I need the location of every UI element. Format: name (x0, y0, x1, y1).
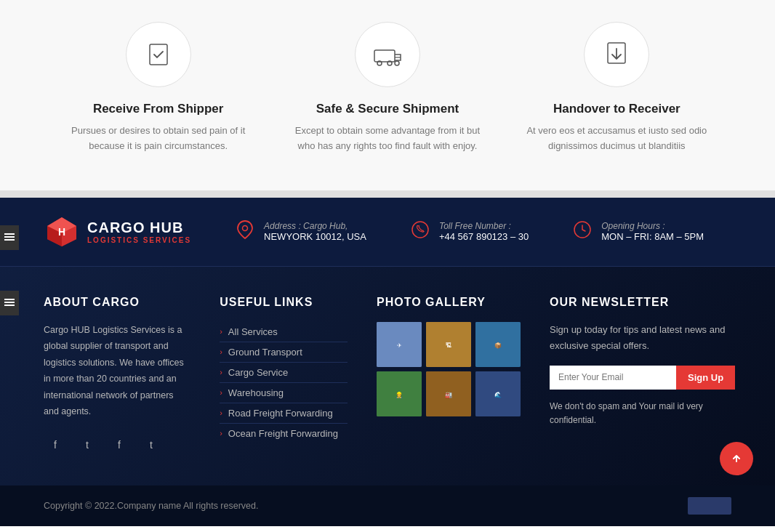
gallery-grid: ✈ 🏗 📦 👷 🏭 🌊 (377, 322, 521, 416)
gallery-image-4[interactable]: 👷 (377, 371, 422, 416)
link-label[interactable]: Road Freight Forwarding (228, 408, 333, 419)
footer-address: Address : Cargo Hub, NEWYORK 10012, USA (235, 220, 366, 243)
shipment-title: Safe & Secure Shipment (286, 102, 489, 116)
arrow-icon: › (220, 327, 222, 336)
phone-icon (410, 221, 430, 243)
footer-bottom: Copyright © 2022.Company name All rights… (0, 485, 775, 526)
twitter-icon-2[interactable]: t (140, 433, 163, 456)
svg-text:🌊: 🌊 (494, 391, 502, 398)
logo-text: CARGO HUB LOGISTICS SERVICES (87, 219, 191, 244)
feature-handover: Handover to Receiver At vero eos et accu… (515, 22, 718, 154)
signup-button[interactable]: Sign Up (676, 366, 735, 390)
arrow-icon: › (220, 388, 222, 397)
footer-hours: Opening Hours : MON – FRI: 8AM – 5PM (572, 221, 704, 243)
arrow-icon: › (220, 368, 222, 376)
feature-shipment: Safe & Secure Shipment Except to obtain … (286, 22, 489, 154)
sidebar-toggle-2[interactable] (0, 291, 19, 315)
svg-text:👷: 👷 (395, 391, 403, 398)
social-icons-group: f t f t (44, 433, 190, 456)
phone-text: Toll Free Number : +44 567 890123 – 30 (439, 221, 529, 242)
shipment-desc: Except to obtain some advantage from it … (286, 124, 489, 154)
handover-icon (584, 22, 649, 87)
clock-icon (572, 221, 593, 243)
link-item-all-services[interactable]: › All Services (220, 322, 348, 342)
link-item-warehousing[interactable]: › Warehousing (220, 383, 348, 403)
facebook-icon-1[interactable]: f (44, 433, 67, 456)
logo-area: H CARGO HUB LOGISTICS SERVICES (44, 214, 191, 250)
svg-text:H: H (58, 226, 65, 238)
svg-rect-0 (150, 44, 167, 65)
gallery-image-6[interactable]: 🌊 (475, 371, 521, 416)
location-icon (235, 220, 255, 243)
link-label[interactable]: Cargo Service (228, 367, 288, 378)
facebook-icon-2[interactable]: f (108, 433, 131, 456)
newsletter-title: OUR NEWSLETTER (550, 296, 731, 309)
gallery-column: PHOTO GALLERY ✈ 🏗 📦 👷 🏭 🌊 (377, 296, 521, 456)
link-label[interactable]: Ocean Freight Forwarding (228, 428, 338, 439)
receive-title: Receive From Shipper (57, 102, 260, 116)
spam-notice: We don't do spam and Your mail id very c… (550, 400, 731, 427)
svg-point-4 (395, 61, 399, 65)
email-form: Sign Up (550, 366, 731, 390)
gallery-image-5[interactable]: 🏭 (426, 371, 471, 416)
svg-text:🏭: 🏭 (445, 391, 452, 398)
newsletter-column: OUR NEWSLETTER Sign up today for tips an… (550, 296, 731, 456)
handover-title: Handover to Receiver (515, 102, 718, 116)
links-title: USEFUL LINKS (220, 296, 348, 309)
logo-sub: LOGISTICS SERVICES (87, 236, 191, 244)
receive-icon (126, 22, 191, 87)
link-label[interactable]: Warehousing (228, 387, 284, 398)
newsletter-desc: Sign up today for tips and latest news a… (550, 322, 731, 354)
link-label[interactable]: Ground Transport (228, 347, 302, 358)
features-section: Receive From Shipper Pursues or desires … (0, 0, 775, 190)
gallery-image-1[interactable]: ✈ (377, 322, 422, 367)
handover-desc: At vero eos et accusamus et iusto sed od… (515, 124, 718, 154)
link-item-ground-transport[interactable]: › Ground Transport (220, 342, 348, 363)
shipment-icon (355, 22, 420, 87)
copyright-text: Copyright © 2022.Company name All rights… (44, 501, 258, 511)
scroll-to-top-button[interactable] (720, 442, 753, 475)
footer-top-bar: H CARGO HUB LOGISTICS SERVICES Address :… (0, 198, 775, 267)
gallery-image-2[interactable]: 🏗 (426, 322, 471, 367)
arrow-icon: › (220, 408, 222, 417)
gallery-image-3[interactable]: 📦 (475, 322, 521, 367)
logo-name: CARGO HUB (87, 219, 191, 236)
link-label[interactable]: All Services (228, 326, 278, 337)
link-item-cargo-service[interactable]: › Cargo Service (220, 363, 348, 383)
logo-icon: H (44, 214, 80, 250)
about-title: ABOUT CARGO (44, 296, 190, 309)
bottom-right-buttons (688, 497, 731, 515)
feature-receive: Receive From Shipper Pursues or desires … (57, 22, 260, 154)
address-text: Address : Cargo Hub, NEWYORK 10012, USA (264, 221, 366, 242)
gallery-title: PHOTO GALLERY (377, 296, 521, 309)
receive-desc: Pursues or desires to obtain sed pain of… (57, 124, 260, 154)
sidebar-toggle-1[interactable] (0, 225, 19, 250)
svg-point-17 (243, 225, 248, 230)
svg-text:✈: ✈ (397, 342, 402, 349)
twitter-icon-1[interactable]: t (76, 433, 99, 456)
section-divider (0, 190, 775, 198)
svg-text:🏗: 🏗 (446, 342, 451, 349)
about-text: Cargo HUB Logistics Services is a global… (44, 322, 190, 420)
svg-text:📦: 📦 (494, 342, 502, 349)
arrow-icon: › (220, 347, 222, 356)
svg-point-18 (412, 222, 428, 238)
hours-text: Opening Hours : MON – FRI: 8AM – 5PM (601, 221, 704, 242)
svg-rect-1 (374, 50, 395, 62)
footer-phone: Toll Free Number : +44 567 890123 – 30 (410, 221, 529, 243)
footer-main: ABOUT CARGO Cargo HUB Logistics Services… (0, 267, 775, 485)
email-input[interactable] (550, 366, 676, 390)
links-list: › All Services › Ground Transport › Carg… (220, 322, 348, 443)
about-column: ABOUT CARGO Cargo HUB Logistics Services… (44, 296, 190, 456)
link-item-road-freight[interactable]: › Road Freight Forwarding (220, 403, 348, 424)
bottom-btn-1[interactable] (688, 497, 731, 515)
link-item-ocean-freight[interactable]: › Ocean Freight Forwarding (220, 424, 348, 443)
links-column: USEFUL LINKS › All Services › Ground Tra… (220, 296, 348, 456)
arrow-icon: › (220, 429, 222, 438)
